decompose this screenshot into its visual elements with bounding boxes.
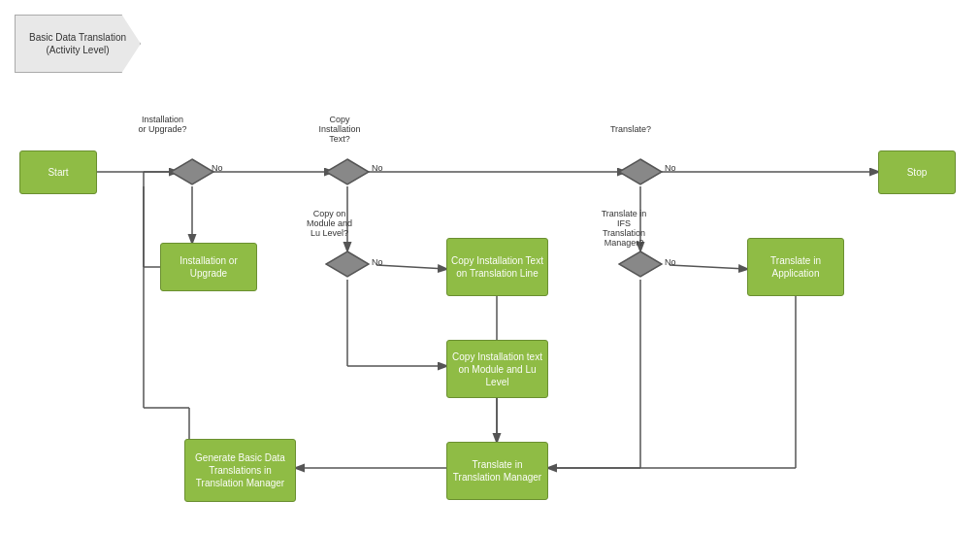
generate-basic-data-box: Generate Basic Data Translations in Tran…: [184, 439, 296, 502]
label-translate-ifs-q: Translate inIFSTranslationManager?: [580, 209, 668, 248]
label-no-d4: No: [665, 163, 676, 173]
svg-line-13: [670, 265, 747, 269]
label-copy-installation-text-q: CopyInstallationText?: [301, 115, 378, 144]
svg-marker-27: [619, 159, 662, 184]
diamond-copy-module-lu: [325, 250, 370, 278]
label-no-d1: No: [212, 163, 223, 173]
label-translate-q: Translate?: [602, 124, 660, 134]
diamond-translate-ifs: [618, 250, 663, 278]
label-installation-upgrade-q: Installationor Upgrade?: [121, 115, 204, 134]
svg-marker-28: [619, 251, 662, 277]
translate-application-box: Translate in Application: [747, 238, 844, 296]
svg-marker-26: [326, 251, 369, 277]
label-no-d5: No: [665, 257, 676, 267]
label-copy-module-lu-q: Copy onModule andLu Level?: [293, 209, 366, 238]
svg-line-8: [376, 265, 446, 269]
diagram-container: Basic Data Translation (Activity Level) …: [0, 0, 980, 534]
translate-translation-manager-box: Translate in Translation Manager: [446, 442, 548, 500]
header-label: Basic Data Translation (Activity Level): [15, 15, 141, 73]
diamond-copy-installation-text: [325, 158, 370, 185]
stop-box: Stop: [878, 150, 956, 194]
copy-installation-text-translation-line-box: Copy Installation Text on Translation Li…: [446, 238, 548, 296]
label-no-d2: No: [372, 163, 383, 173]
svg-marker-24: [171, 159, 213, 184]
label-no-d3: No: [372, 257, 383, 267]
diamond-translate: [618, 158, 663, 185]
installation-upgrade-box: Installation or Upgrade: [160, 243, 257, 291]
copy-installation-text-module-lu-box: Copy Installation text on Module and Lu …: [446, 340, 548, 398]
diamond-installation-upgrade: [170, 158, 214, 185]
svg-marker-25: [326, 159, 369, 184]
start-box: Start: [19, 150, 97, 194]
